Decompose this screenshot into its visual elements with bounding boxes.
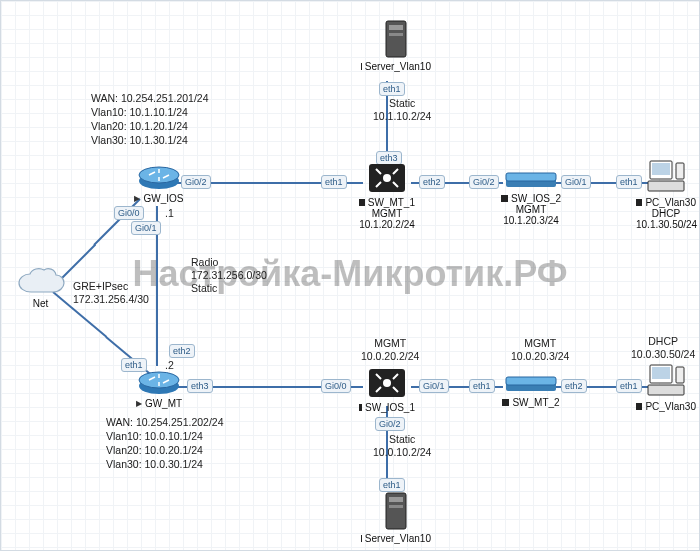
sw-mt-1-ip: 10.1.20.2/24 <box>359 219 415 230</box>
if-gwios-gi00: Gi0/0 <box>114 206 144 220</box>
sw-ios-1-name: SW_IOS_1 <box>365 402 415 413</box>
server-top-name: Server_Vlan10 <box>365 61 431 72</box>
server-bot-cfg: Static 10.0.10.2/24 <box>373 433 431 459</box>
radio-text: Radio 172.31.256.0/30 Static <box>191 256 267 295</box>
svg-rect-13 <box>389 25 403 30</box>
router-icon <box>137 366 181 396</box>
gw-ios-config: WAN: 10.254.251.201/24 Vlan10: 10.1.10.1… <box>91 91 209 147</box>
svg-rect-9 <box>652 163 670 175</box>
cloud-label: Net <box>13 298 68 309</box>
node-pc-vlan30-bot[interactable]: PC_Vlan30 <box>636 363 696 412</box>
if-swios1-gi00: Gi0/0 <box>321 379 351 393</box>
gw-mt-dot: .2 <box>165 359 174 371</box>
pc-top-name: PC_Vlan30 <box>645 197 696 208</box>
svg-rect-18 <box>506 377 556 385</box>
pc-top-ip: 10.1.30.50/24 <box>636 219 696 230</box>
svg-rect-20 <box>652 367 670 379</box>
pc-bot-cfg: DHCP 10.0.30.50/24 <box>631 335 695 361</box>
server-top-cfg: Static 10.1.10.2/24 <box>373 97 431 123</box>
router-icon <box>137 161 181 191</box>
gre-text: GRE+IPsec 172.31.256.4/30 <box>73 280 149 306</box>
svg-rect-22 <box>676 367 684 383</box>
if-swios2-gi02: Gi0/2 <box>469 175 499 189</box>
if-swmt1-eth2: eth2 <box>419 175 445 189</box>
pc-bot-name: PC_Vlan30 <box>645 401 696 412</box>
if-swmt2-eth1: eth1 <box>469 379 495 393</box>
switch-icon <box>504 375 558 395</box>
sw-mt-1-name: SW_MT_1 <box>368 197 415 208</box>
pc-top-dhcp: DHCP <box>636 208 696 219</box>
sw-ios-2-name: SW_IOS_2 <box>511 193 561 204</box>
if-swios1-gi01: Gi0/1 <box>419 379 449 393</box>
node-sw-ios-1[interactable]: SW_IOS_1 <box>359 366 415 413</box>
svg-rect-24 <box>389 497 403 502</box>
svg-point-5 <box>383 174 391 182</box>
sw-ios-2-mgmt: MGMT <box>496 204 566 215</box>
svg-rect-25 <box>389 505 403 508</box>
node-sw-mt-1[interactable]: SW_MT_1 MGMT 10.1.20.2/24 <box>359 161 415 230</box>
gw-mt-config: WAN: 10.254.251.202/24 Vlan10: 10.0.10.1… <box>106 415 224 471</box>
server-icon <box>383 491 409 531</box>
gw-ios-name: GW_IOS <box>143 193 183 204</box>
switch-icon <box>366 161 408 195</box>
if-swios1-gi02: Gi0/2 <box>375 417 405 431</box>
node-net-cloud[interactable]: Net <box>13 266 68 309</box>
node-sw-ios-2[interactable]: SW_IOS_2 MGMT 10.1.20.3/24 <box>496 171 566 226</box>
if-swmt1-eth1: eth1 <box>321 175 347 189</box>
node-gw-mt[interactable]: ▶GW_MT <box>129 366 189 409</box>
if-srvbot-eth1: eth1 <box>379 478 405 492</box>
gw-mt-name: GW_MT <box>145 398 182 409</box>
switch-icon <box>366 366 408 400</box>
node-gw-ios[interactable]: ▶GW_IOS <box>129 161 189 204</box>
pc-icon <box>646 363 686 399</box>
node-server-bot[interactable]: Server_Vlan10 <box>361 491 431 544</box>
svg-rect-7 <box>506 173 556 181</box>
svg-rect-11 <box>676 163 684 179</box>
server-bot-name: Server_Vlan10 <box>365 533 431 544</box>
sw-mt-2-name: SW_MT_2 <box>512 397 559 408</box>
sw-ios-1-cfg: MGMT 10.0.20.2/24 <box>361 337 419 363</box>
sw-ios-2-ip: 10.1.20.3/24 <box>496 215 566 226</box>
svg-point-16 <box>383 379 391 387</box>
diagram-canvas: Настройка-Микротик.РФ Gi0/0 Gi0/1 Gi0/2 … <box>0 0 700 551</box>
node-server-top[interactable]: Server_Vlan10 <box>361 19 431 72</box>
gw-ios-dot: .1 <box>165 207 174 219</box>
if-gwmt-eth2: eth2 <box>169 344 195 358</box>
svg-rect-14 <box>389 33 403 36</box>
pc-icon <box>646 159 686 195</box>
switch-icon <box>504 171 558 191</box>
server-icon <box>383 19 409 59</box>
cloud-icon <box>16 266 66 298</box>
if-srvtop-eth1: eth1 <box>379 82 405 96</box>
if-gwios-gi01: Gi0/1 <box>131 221 161 235</box>
svg-rect-10 <box>648 181 684 191</box>
sw-mt-1-mgmt: MGMT <box>359 208 415 219</box>
node-sw-mt-2[interactable]: SW_MT_2 <box>496 375 566 408</box>
node-pc-vlan30-top[interactable]: PC_Vlan30 DHCP 10.1.30.50/24 <box>636 159 696 230</box>
svg-rect-21 <box>648 385 684 395</box>
if-gwmt-eth3: eth3 <box>187 379 213 393</box>
sw-mt-2-cfg: MGMT 10.0.20.3/24 <box>511 337 569 363</box>
